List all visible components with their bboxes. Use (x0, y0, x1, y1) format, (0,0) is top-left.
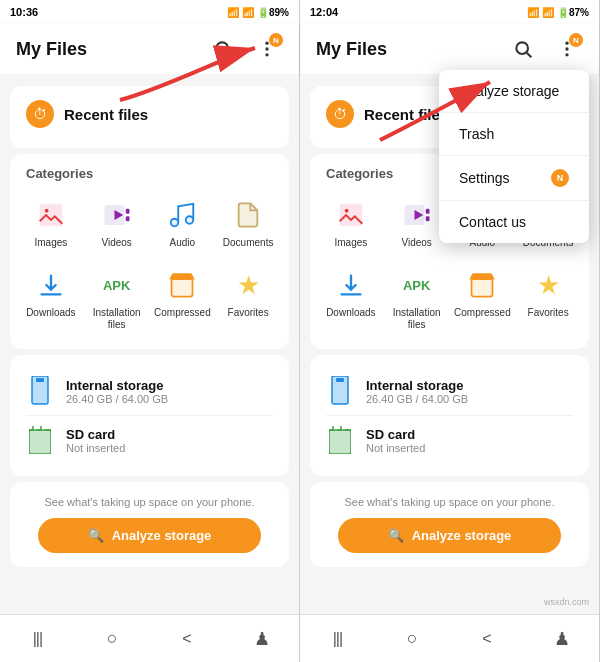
sd-card-info-left: SD card Not inserted (66, 427, 125, 454)
time-left: 10:36 (10, 6, 38, 18)
analyze-storage-button-left[interactable]: 🔍 Analyze storage (38, 518, 260, 553)
bottom-nav-right: ||| ○ < ♟ (300, 614, 599, 662)
recent-files-label-right: Recent files (364, 106, 448, 123)
menu-button-left[interactable]: N (251, 33, 283, 65)
left-panel: 10:36 📶 📶 🔋89% My Files N (0, 0, 300, 662)
storage-section-left: Internal storage 26.40 GB / 64.00 GB SD … (10, 355, 289, 476)
internal-storage-name-right: Internal storage (366, 378, 468, 393)
svg-rect-10 (125, 209, 129, 214)
cat-downloads-right[interactable]: Downloads (318, 261, 384, 337)
cat-images-left[interactable]: Images (18, 191, 84, 255)
favorites-icon-right: ★ (530, 267, 566, 303)
nav-menu-right[interactable]: ||| (317, 619, 357, 659)
internal-storage-name-left: Internal storage (66, 378, 168, 393)
cat-favorites-right[interactable]: ★ Favorites (515, 261, 581, 337)
cat-apk-right[interactable]: APK Installation files (384, 261, 450, 337)
svg-rect-6 (40, 204, 63, 227)
top-bar-left: My Files N (0, 24, 299, 74)
cat-downloads-left[interactable]: Downloads (18, 261, 84, 337)
cat-audio-left[interactable]: Audio (150, 191, 216, 255)
nav-person-left[interactable]: ♟ (242, 619, 282, 659)
internal-storage-detail-right: 26.40 GB / 64.00 GB (366, 393, 468, 405)
audio-label-left: Audio (170, 237, 196, 249)
sd-card-icon-right (326, 422, 354, 458)
sd-card-name-right: SD card (366, 427, 425, 442)
videos-label-left: Videos (101, 237, 131, 249)
svg-point-3 (265, 47, 268, 50)
right-panel: 12:04 📶 📶 🔋87% My Files N (300, 0, 600, 662)
menu-badge-left: N (269, 33, 283, 47)
documents-label-left: Documents (223, 237, 274, 249)
analyze-hint-right: See what's taking up space on your phone… (344, 496, 554, 508)
content-left: ⏱ Recent files Categories Images Videos (0, 74, 299, 614)
svg-rect-11 (125, 216, 129, 221)
svg-point-7 (45, 209, 49, 213)
audio-icon-left (164, 197, 200, 233)
cat-documents-left[interactable]: Documents (215, 191, 281, 255)
videos-icon-left (99, 197, 135, 233)
status-bar-left: 10:36 📶 📶 🔋89% (0, 0, 299, 24)
cat-apk-left[interactable]: APK Installation files (84, 261, 150, 337)
apk-icon-left: APK (99, 267, 135, 303)
svg-rect-34 (329, 430, 351, 454)
nav-home-right[interactable]: ○ (392, 619, 432, 659)
videos-icon-right (399, 197, 435, 233)
bottom-nav-left: ||| ○ < ♟ (0, 614, 299, 662)
recent-files-card-left: ⏱ Recent files (10, 86, 289, 148)
top-bar-right: My Files N (300, 24, 599, 74)
categories-grid-left: Images Videos Audio (18, 191, 281, 337)
dropdown-settings[interactable]: Settings N (439, 156, 589, 201)
internal-storage-icon-right (326, 373, 354, 409)
dropdown-analyze-storage[interactable]: Analyze storage (439, 70, 589, 113)
svg-rect-29 (425, 216, 429, 221)
settings-badge: N (551, 169, 569, 187)
internal-storage-detail-left: 26.40 GB / 64.00 GB (66, 393, 168, 405)
downloads-label-right: Downloads (326, 307, 375, 319)
compressed-icon-right (464, 267, 500, 303)
svg-line-19 (527, 53, 532, 58)
analyze-storage-button-right[interactable]: 🔍 Analyze storage (338, 518, 560, 553)
images-label-right: Images (334, 237, 367, 249)
nav-person-right[interactable]: ♟ (542, 619, 582, 659)
sd-card-info-right: SD card Not inserted (366, 427, 425, 454)
search-button-right[interactable] (507, 33, 539, 65)
svg-point-18 (516, 42, 528, 54)
svg-line-1 (227, 53, 232, 58)
nav-home-left[interactable]: ○ (92, 619, 132, 659)
dropdown-contact-us[interactable]: Contact us (439, 201, 589, 243)
cat-compressed-left[interactable]: Compressed (150, 261, 216, 337)
compressed-label-left: Compressed (154, 307, 211, 319)
apk-label-right: Installation files (386, 307, 448, 331)
internal-storage-right[interactable]: Internal storage 26.40 GB / 64.00 GB (326, 367, 573, 415)
storage-section-right: Internal storage 26.40 GB / 64.00 GB SD … (310, 355, 589, 476)
internal-storage-info-right: Internal storage 26.40 GB / 64.00 GB (366, 378, 468, 405)
menu-button-right[interactable]: N (551, 33, 583, 65)
videos-label-right: Videos (401, 237, 431, 249)
cat-compressed-right[interactable]: Compressed (450, 261, 516, 337)
sd-card-right[interactable]: SD card Not inserted (326, 415, 573, 464)
search-button-left[interactable] (207, 33, 239, 65)
dropdown-trash[interactable]: Trash (439, 113, 589, 156)
page-title-right: My Files (316, 39, 387, 60)
internal-storage-left[interactable]: Internal storage 26.40 GB / 64.00 GB (26, 367, 273, 415)
cat-images-right[interactable]: Images (318, 191, 384, 255)
nav-back-left[interactable]: < (167, 619, 207, 659)
analyze-section-left: See what's taking up space on your phone… (10, 482, 289, 567)
nav-menu-left[interactable]: ||| (17, 619, 57, 659)
nav-back-right[interactable]: < (467, 619, 507, 659)
status-icons-left: 📶 📶 🔋89% (227, 7, 289, 18)
svg-point-13 (171, 219, 179, 227)
svg-point-4 (265, 53, 268, 56)
recent-files-header-left: ⏱ Recent files (26, 100, 273, 128)
top-bar-icons-left: N (207, 33, 283, 65)
dropdown-menu: Analyze storage Trash Settings N Contact… (439, 70, 589, 243)
cat-favorites-left[interactable]: ★ Favorites (215, 261, 281, 337)
sd-card-icon-left (26, 422, 54, 458)
sd-card-left[interactable]: SD card Not inserted (26, 415, 273, 464)
internal-storage-icon-left (26, 373, 54, 409)
svg-point-21 (565, 47, 568, 50)
favorites-icon-left: ★ (230, 267, 266, 303)
favorites-label-right: Favorites (528, 307, 569, 319)
svg-point-20 (565, 42, 568, 45)
cat-videos-left[interactable]: Videos (84, 191, 150, 255)
